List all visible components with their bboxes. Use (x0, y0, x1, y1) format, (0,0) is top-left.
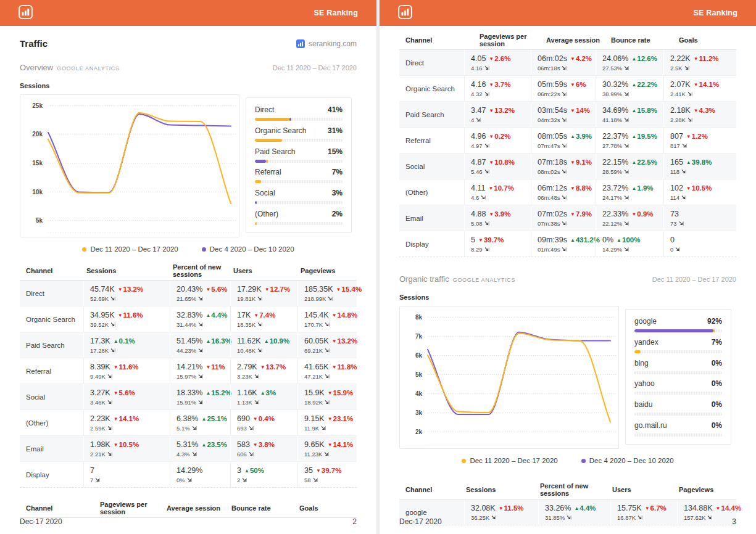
previous-period-value: 73 (670, 220, 677, 227)
site-favicon-icon (296, 39, 305, 48)
metric-cell: 2.18K 4.3% 2.28K (663, 102, 718, 127)
legend-bar-track (255, 118, 343, 121)
metric-value: 0 (670, 236, 675, 244)
metric-value: 22.37% (602, 132, 628, 141)
metric-cell: 690 0.4% 693 (230, 410, 297, 435)
metric-cell: 9.65K 14.1% 11.23K (297, 436, 355, 461)
previous-period-value: 2.28K (670, 117, 686, 123)
legend-value: 41% (328, 105, 343, 114)
svg-text:10k: 10k (32, 189, 43, 195)
metric-cell: 3.27K 5.6% 3.46K (83, 384, 170, 409)
trend-arrow-icon (328, 415, 333, 422)
metric-value: 4.11 (471, 184, 485, 192)
search-engine-legend-item: bing 0% (634, 359, 722, 374)
trend-arrow-icon (631, 158, 637, 166)
previous-period-value: 06m:18s (538, 65, 560, 72)
trend-arrow-icon (686, 158, 692, 166)
column-header: Sessions (80, 261, 167, 280)
trend-arrow-icon (489, 107, 494, 114)
metric-cell: 08m:05s 3.9% 07m:47s (531, 128, 596, 153)
trend-arrow-icon (499, 504, 504, 512)
previous-period-icon (675, 247, 680, 252)
metric-value: 6.38% (177, 414, 198, 423)
period-legend-item: Dec 4 2020 – Dec 10 2020 (202, 245, 294, 253)
legend-bar-segment (255, 139, 282, 142)
trend-arrow-icon (206, 285, 211, 293)
previous-period-icon (187, 477, 192, 483)
legend-label: bing (634, 359, 649, 368)
metric-cell: 34.69% 15.8% 41.18% (596, 102, 663, 127)
channels-table: ChannelSessionsPercent of new sessionsUs… (20, 261, 357, 488)
channel-name: Display (20, 462, 83, 487)
metric-cell: 09m:39s 431.2% 01m:49s (531, 231, 596, 257)
previous-period-icon (325, 374, 330, 379)
sessions-chart: 25k20k15k10k5k (20, 94, 239, 237)
metric-value: 15.75K (617, 504, 642, 512)
previous-period-value: 27.53% (602, 65, 622, 72)
previous-period-icon (624, 195, 629, 200)
previous-period-value: 2.5K (670, 65, 683, 72)
previous-period-value: 170.7K (304, 321, 323, 328)
channels-share-legend: Direct 41% Organic Search 31% (246, 97, 352, 233)
svg-text:7k: 7k (415, 333, 423, 340)
change-badge: 11.8% (332, 363, 357, 371)
metric-value: 18.33% (177, 388, 202, 397)
channel-name: Organic Search (20, 306, 83, 332)
metric-cell: 22.33% 0.9% 22.12% (596, 205, 663, 231)
previous-period-icon (624, 247, 629, 252)
page-number: 2 (352, 517, 357, 526)
project-site: seranking.com (296, 39, 357, 48)
metric-value: 3.27K (90, 388, 110, 397)
previous-period-value: 18.92K (304, 399, 323, 406)
column-header: Pageviews (294, 261, 335, 280)
legend-label: Social (255, 189, 275, 197)
previous-period-icon (257, 296, 262, 302)
legend-bar-track (634, 433, 722, 437)
table-row: Email 4.88 3.9% 5.08 (399, 205, 736, 231)
previous-period-icon (257, 348, 262, 353)
trend-arrow-icon (332, 337, 338, 345)
change-badge: 0.1% (114, 337, 135, 345)
trend-arrow-icon (260, 363, 266, 371)
metric-cell: 73 73 (663, 205, 686, 231)
metric-value: 33.26% (545, 504, 571, 512)
previous-period-value: 28.59% (602, 168, 622, 175)
engagement-table-header: ChannelPageviews per sessionAverage sess… (20, 499, 357, 518)
previous-period-icon (687, 91, 692, 97)
previous-period-icon (484, 247, 489, 252)
table-header-row: ChannelSessionsPercent of new sessionsUs… (399, 480, 736, 499)
change-badge: 5.6% (206, 285, 227, 293)
trend-arrow-icon (645, 504, 650, 512)
column-header: Channel (20, 261, 80, 280)
previous-period-value: 3.23K (237, 373, 252, 380)
period-legend-item: Dec 4 2020 – Dec 10 2020 (581, 457, 674, 464)
trend-arrow-icon (716, 504, 721, 512)
column-header: Bounce rate (225, 499, 293, 517)
table-row: Email 1.98K 10.5% 2.21K (20, 435, 357, 461)
column-header: Pageviews per session (94, 499, 160, 517)
metric-value: 14.21% (177, 363, 202, 371)
legend-bar-segment (255, 160, 266, 163)
metric-value: 41.65K (304, 363, 329, 371)
metric-cell: 22.37% 19.5% 27.78% (596, 128, 663, 153)
metric-cell: 5.31% 23.5% 4.3% (170, 436, 230, 461)
legend-bar-track (255, 201, 343, 204)
trend-arrow-icon (332, 311, 338, 319)
change-badge: 14.1% (694, 81, 720, 88)
change-badge: 11.6% (118, 311, 143, 319)
legend-bar-segment (266, 160, 268, 163)
metric-cell: 06m:12s 8.8% 06m:48s (531, 179, 596, 205)
series-dot-icon (462, 459, 466, 463)
legend-bar-track (634, 413, 722, 416)
trend-arrow-icon (570, 158, 576, 166)
previous-period-value: 693 (237, 425, 247, 432)
legend-value: 92% (707, 317, 722, 326)
change-badge: 6% (570, 81, 586, 88)
previous-period-value: 41.18% (602, 117, 622, 123)
table-row: Social 3.27K 5.6% 3.46K (20, 384, 357, 409)
metric-cell: 41.65K 11.8% 47.21K (297, 358, 360, 384)
channel-name: (Other) (20, 410, 83, 435)
change-badge: 10.8% (489, 158, 515, 166)
legend-label: Organic Search (255, 126, 306, 135)
previous-period-icon (198, 296, 203, 302)
